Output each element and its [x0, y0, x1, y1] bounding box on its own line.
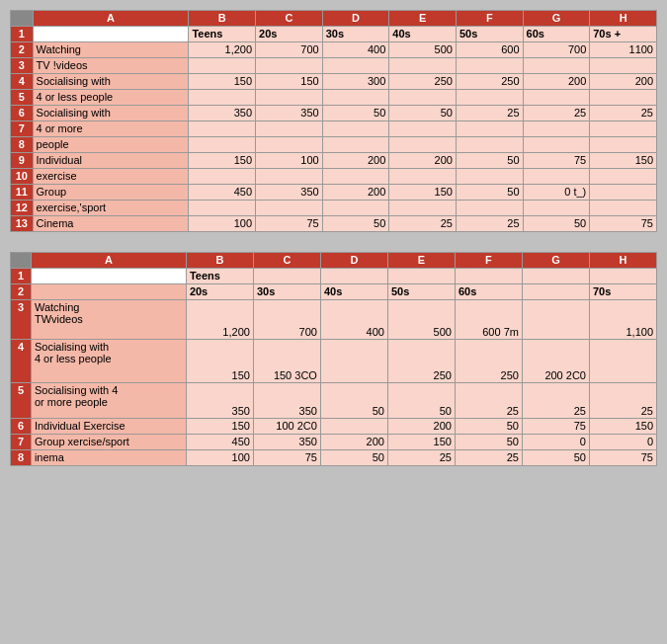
cell-6e: 50 [389, 106, 457, 121]
t2-cell-5a: Socialising with 4or more people [31, 383, 186, 419]
cell-8a: people [33, 137, 189, 153]
cell-8g [523, 137, 590, 153]
t2-cell-8f: 25 [455, 450, 522, 466]
cell-9b: 150 [189, 153, 256, 169]
column-header-row: A B C D E F G H [11, 11, 657, 27]
row-num: 11 [11, 185, 34, 201]
cell-13f: 25 [456, 216, 523, 232]
spreadsheet-top: A B C D E F G H 1 Teens 20s 30s 40s 50s … [10, 10, 657, 232]
t2-cell-7a: Group xercise/sport [31, 435, 186, 450]
t2-cell-1d [320, 269, 387, 284]
cell-3d [322, 58, 389, 74]
cell-8b [189, 137, 256, 153]
col-h-header: H [590, 11, 657, 27]
t2-cell-6e: 200 [387, 419, 455, 435]
cell-1d: 30s [322, 27, 389, 42]
cell-8f [456, 137, 523, 153]
table-row: 2 Watching 1,200 700 400 500 600 700 110… [11, 42, 657, 58]
t2-cell-1c [253, 269, 320, 284]
cell-6c: 350 [256, 106, 323, 121]
t2-cell-7g: 0 [522, 435, 589, 450]
cell-4c: 150 [256, 74, 323, 90]
cell-6b: 350 [189, 106, 256, 121]
t2-cell-1g [522, 269, 589, 284]
cell-10c [256, 169, 323, 185]
cell-11c: 350 [256, 185, 323, 201]
t2-cell-7h: 0 [589, 435, 656, 450]
cell-1c: 20s [256, 27, 323, 42]
t2-cell-2c: 30s [253, 284, 320, 300]
cell-9e: 200 [389, 153, 457, 169]
t2-col-b-header: B [186, 253, 253, 269]
cell-12g [523, 201, 590, 216]
t2-cell-5e: 50 [387, 383, 455, 419]
t2-cell-4a: Socialising with4 or less people [31, 340, 186, 383]
t2-cell-4e: 250 [387, 340, 455, 383]
t2-row-6: 6 Individual Exercise 150 100 2C0 200 50… [11, 419, 657, 435]
cell-9h: 150 [590, 153, 657, 169]
t2-cell-6c: 100 2C0 [253, 419, 320, 435]
cell-6d: 50 [322, 106, 389, 121]
cell-8h [590, 137, 657, 153]
cell-13h: 75 [590, 216, 657, 232]
cell-11a: Group [33, 185, 189, 201]
cell-2h: 1100 [590, 42, 657, 58]
table-row: 8 people [11, 137, 657, 153]
t2-cell-7e: 150 [387, 435, 455, 450]
cell-1g: 60s [523, 27, 590, 42]
row-num: 2 [11, 42, 34, 58]
cell-13b: 100 [189, 216, 256, 232]
t2-col-a-header: A [31, 253, 186, 269]
t2-cell-5d: 50 [320, 383, 387, 419]
cell-9g: 75 [523, 153, 590, 169]
cell-3e [389, 58, 457, 74]
row-num: 10 [11, 169, 34, 185]
corner-cell-2 [11, 253, 32, 269]
cell-13g: 50 [523, 216, 590, 232]
cell-13d: 50 [322, 216, 389, 232]
cell-2a: Watching [33, 42, 189, 58]
cell-5h [590, 90, 657, 106]
cell-1a[interactable] [33, 27, 189, 42]
cell-12h [590, 201, 657, 216]
t2-cell-3d: 400 [320, 300, 387, 340]
row-num: 5 [11, 90, 34, 106]
t2-cell-3e: 500 [387, 300, 455, 340]
t2-cell-5b: 350 [186, 383, 253, 419]
cell-11g: 0 t_) [523, 185, 590, 201]
cell-6a: Socialising with [33, 106, 189, 121]
cell-9a: Individual [33, 153, 189, 169]
cell-2b: 1,200 [189, 42, 256, 58]
t2-cell-7b: 450 [186, 435, 253, 450]
col-b-header: B [189, 11, 256, 27]
cell-11b: 450 [189, 185, 256, 201]
t2-cell-1a[interactable] [31, 269, 186, 284]
t2-cell-7c: 350 [253, 435, 320, 450]
cell-1h: 70s + [590, 27, 657, 42]
cell-11e: 150 [389, 185, 457, 201]
t2-cell-7f: 50 [455, 435, 522, 450]
t2-cell-6h: 150 [589, 419, 656, 435]
t2-col-h-header: H [589, 253, 656, 269]
cell-4a: Socialising with [33, 74, 189, 90]
table-row: 1 Teens 20s 30s 40s 50s 60s 70s + [11, 27, 657, 42]
cell-3b [189, 58, 256, 74]
cell-12c [256, 201, 323, 216]
t2-cell-3f: 600 7m [455, 300, 522, 340]
t2-cell-3b: 1,200 [186, 300, 253, 340]
t2-row-5: 5 Socialising with 4or more people 350 3… [11, 383, 657, 419]
cell-13c: 75 [256, 216, 323, 232]
table1: A B C D E F G H 1 Teens 20s 30s 40s 50s … [10, 10, 657, 232]
t2-cell-8e: 25 [387, 450, 455, 466]
t2-cell-2f: 60s [455, 284, 522, 300]
cell-7b [189, 121, 256, 137]
cell-10d [322, 169, 389, 185]
t2-cell-8a: inema [31, 450, 186, 466]
cell-11d: 200 [322, 185, 389, 201]
table-row: 7 4 or more [11, 121, 657, 137]
cell-1b: Teens [189, 27, 256, 42]
t2-row-num-1: 1 [11, 269, 32, 284]
cell-2c: 700 [256, 42, 323, 58]
cell-2g: 700 [523, 42, 590, 58]
t2-cell-6g: 75 [522, 419, 589, 435]
